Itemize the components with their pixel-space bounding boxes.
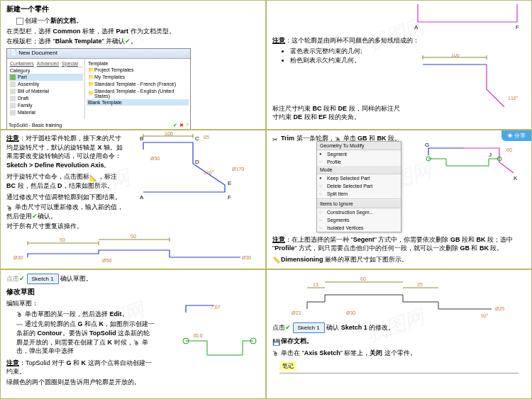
p-save: 💾保存文档。 [272, 337, 526, 346]
svg-text:J: J [489, 152, 492, 158]
svg-text:100: 100 [451, 54, 460, 57]
svg-text:110°: 110° [508, 96, 519, 101]
cat-material[interactable]: Material [9, 109, 83, 116]
sketch-gjk: GJK 60 [421, 141, 528, 205]
mi-split[interactable]: Split Item [317, 190, 401, 198]
dialog-buttons[interactable]: ✔✖? [171, 123, 189, 128]
check-icon: ✔ [125, 38, 131, 45]
p-dim-bc-de: 标注尺寸约束 BC 段和 DE 段，同样的标注尺寸约束 DE 段和 EF 段的夹… [272, 104, 400, 122]
svg-text:Ø50: Ø50 [102, 258, 111, 263]
check-icon: ✔ [285, 324, 291, 331]
share-button[interactable]: ◈ 分享 [501, 130, 531, 141]
mi-delete[interactable]: Delete Selected Part [317, 182, 401, 190]
mouse-icon: 🖱 [6, 204, 13, 211]
trim-menu: Geometry To Modify Segment Profile Mode … [316, 141, 401, 232]
h-edit-sketch: 修改草图 [6, 287, 260, 297]
profile-final: 136025 Ø23Ø30Ø25 92° [279, 274, 520, 320]
dim-icon: 📏 [272, 256, 279, 263]
svg-text:92°: 92° [481, 313, 489, 318]
new-doc-dialog: 📄 New Document ContainersAdvancedSpecial… [6, 48, 191, 130]
mi-seg[interactable]: Segments [317, 216, 401, 224]
dialog-title: 📄 New Document [7, 49, 190, 59]
sketch-angle: 100 110° [419, 54, 526, 111]
svg-text:110°: 110° [204, 170, 214, 175]
mouse-icon: 🖱 [133, 339, 140, 346]
tpl-blank[interactable]: Blank Template [87, 99, 189, 106]
svg-text:25: 25 [417, 282, 423, 287]
svg-text:K: K [514, 175, 518, 181]
tpl-my[interactable]: 📁 My Templates [87, 74, 189, 81]
svg-text:F: F [516, 24, 519, 29]
sketch-abcdef: ABC DEF 100 85 Ø50Ø170 110° [133, 132, 264, 203]
tpl-fr[interactable]: 📁 Standard Template - French (France) [87, 81, 189, 88]
p-close: 🖱单击在 "Axis Sketch" 标签上，关闭 这个零件。 [272, 349, 526, 358]
p-repeat: 对于所有尺寸重复该操作。 [6, 222, 127, 231]
sketch-gk-detail: 7.07 30.0 [172, 298, 264, 376]
svg-text:85: 85 [204, 135, 209, 140]
note-segment: 注意：在上图选择的第一种 "Segent" 方式中，你需要依次删除 GB 段和 … [272, 235, 526, 253]
svg-text:D: D [195, 159, 199, 165]
svg-text:E: E [228, 180, 231, 186]
svg-text:30.0: 30.0 [193, 333, 203, 338]
cat-assembly[interactable]: Assembly [9, 81, 83, 88]
cat-bom[interactable]: Bill of Material [9, 88, 83, 95]
svg-text:F: F [228, 194, 231, 201]
svg-text:Ø25: Ø25 [495, 306, 504, 311]
svg-text:G: G [425, 142, 429, 148]
p-create-doc: 创建一个新的文档。 [6, 16, 260, 26]
p-adjust: 通过修改尺寸值调整轮廓到如下图结果。 [6, 193, 127, 202]
mouse-icon: 🖱 [16, 310, 23, 317]
note-colors: 注意：这个轮廓是由两种不同颜色的多短线组成的： [272, 36, 526, 45]
sketch1-button[interactable]: Sketch 1 [293, 322, 325, 333]
trim-icon: ✂ [272, 135, 279, 142]
cat-family[interactable]: Family [9, 102, 83, 109]
note-rev: 注意：对于圆柱零件轮廓，接下来的尺寸均是旋转尺寸，默认的旋转轴是 X 轴。如果需… [6, 134, 127, 169]
svg-text:60: 60 [360, 276, 366, 281]
sketch-af: AF [411, 1, 524, 29]
p-confirm-sketch1: 点击✔ Sketch 1 确认 Sketch 1 的修改。 [272, 322, 526, 333]
svg-text:Ø23: Ø23 [292, 310, 301, 315]
mi-keep[interactable]: Keep Selected Part [317, 174, 401, 182]
svg-text:13: 13 [313, 282, 318, 287]
svg-text:Ø50: Ø50 [150, 156, 160, 161]
save-icon: 💾 [272, 338, 279, 345]
svg-text:60: 60 [506, 147, 512, 152]
check-icon: ✔ [19, 275, 25, 282]
h-new-part: 新建一个零件 [6, 4, 260, 14]
notes-label: 笔记 [279, 361, 297, 371]
mouse-icon: 🖱 [272, 349, 279, 356]
svg-text:Ø30: Ø30 [346, 310, 355, 315]
svg-text:A: A [140, 194, 144, 201]
sketch1-button[interactable]: Sketch 1 [27, 274, 59, 284]
svg-text:Ø170: Ø170 [232, 167, 244, 172]
cat-part[interactable]: Part [9, 74, 83, 81]
check-icon: ✔ [32, 213, 38, 220]
svg-text:C: C [195, 135, 199, 142]
svg-text:A: A [414, 24, 419, 29]
dim-icon: 📐 [89, 174, 96, 181]
svg-text:50: 50 [131, 234, 136, 239]
p-rev-dim: 对于旋转尺寸命令，点击图标📐，标注 BC 段，然后是点 D，结果如图所示。 [6, 172, 127, 190]
contour-icon: 〰 [16, 321, 23, 328]
p-cat: 在类型栏，选择 Common 标签，选择 Part 作为文档类型。 [6, 27, 260, 36]
mi-iso[interactable]: Isolated Vertices [317, 224, 401, 232]
p-edit-dim: 🖱单击尺寸可以重新修改，输入新的值，然后使用✔确认。 [6, 203, 127, 220]
p-tpl: 在模版栏；选择 "Blank Template" 并确认✔。 [6, 37, 260, 46]
svg-text:7.07: 7.07 [211, 305, 221, 310]
p-green-circles: 绿颜色的两个圆圈则是告诉用户轮廓是开放的。 [6, 378, 155, 387]
note-gk: 注意：TopSolid 对于 G 和 K 这两个点将自动创建一约束。 [6, 359, 155, 376]
tpl-en[interactable]: 📁 Standard Template - English (United St… [87, 88, 189, 99]
p-contour: 〰通过先前轮廓的点 G 和点 K，如图所示创建一条新的 Contour。要告诉 … [6, 320, 155, 355]
tpl-proj[interactable]: 📁 Project Templates [87, 67, 189, 74]
mi-cons[interactable]: Construction Segm... [317, 208, 401, 216]
svg-text:Ø30: Ø30 [242, 255, 251, 260]
svg-text:Ø30: Ø30 [13, 255, 23, 260]
svg-text:50: 50 [60, 237, 65, 242]
mi-segment[interactable]: Segment [317, 150, 401, 158]
doc-icon [16, 18, 23, 25]
p-confirm-sketch: 点击✔ Sketch 1 确认草图。 [6, 274, 260, 284]
profile-bottom: 5050 Ø30Ø50Ø30 [6, 232, 255, 264]
cat-draft[interactable]: Draft [9, 95, 83, 102]
dialog-tabs[interactable]: ContainersAdvancedSpecial [9, 60, 83, 67]
mi-profile[interactable]: Profile [317, 158, 401, 166]
